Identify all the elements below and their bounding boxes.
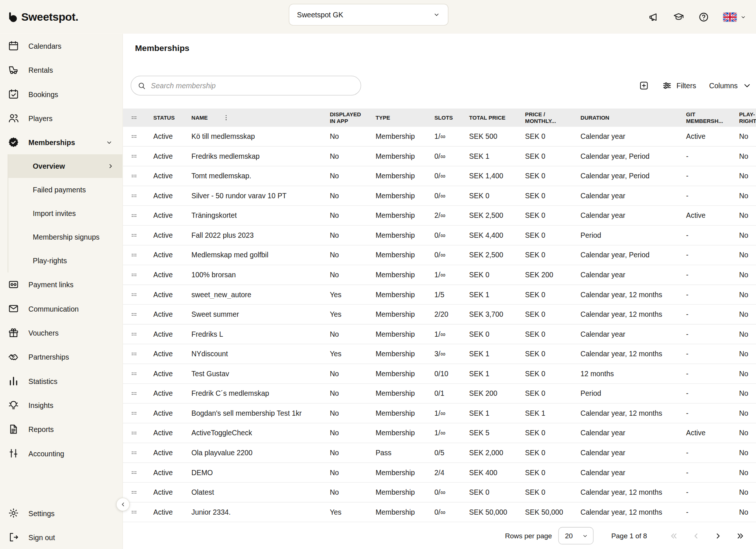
column-header-slots[interactable]: SLOTS	[426, 109, 461, 127]
table-row[interactable]: ActiveSilver - 50 rundor varav 10 PTNoMe…	[123, 186, 756, 206]
column-options-icon[interactable]	[222, 114, 230, 121]
sidebar-subitem-failed-payments[interactable]: Failed payments	[8, 178, 123, 202]
cell-status: Active	[145, 488, 183, 496]
rows-per-page-select[interactable]: 20	[558, 527, 593, 545]
row-drag-handle[interactable]	[123, 192, 145, 200]
sidebar-item-rentals[interactable]: Rentals	[0, 58, 123, 82]
cell-duration: Calendar year, Period	[572, 172, 678, 180]
language-selector[interactable]	[723, 12, 746, 21]
table-row[interactable]: ActiveSweet summerYesMembership2/20SEK 3…	[123, 305, 756, 325]
sidebar-item-partnerships[interactable]: Partnerships	[0, 345, 123, 369]
row-drag-handle[interactable]	[123, 231, 145, 240]
table-row[interactable]: ActiveTomt medlemskap.NoMembership0/∞SEK…	[123, 167, 756, 186]
row-drag-handle[interactable]	[123, 369, 145, 378]
row-drag-handle[interactable]	[123, 172, 145, 181]
sidebar-item-vouchers[interactable]: Vouchers	[0, 321, 123, 345]
column-header-type[interactable]: TYPE	[367, 109, 426, 127]
cell-git_membership: -	[678, 409, 731, 417]
table-row[interactable]: ActiveNYdiscountYesMembership3/∞SEK 1SEK…	[123, 344, 756, 364]
column-header-play_right[interactable]: PLAY-RIGHT	[731, 109, 756, 127]
column-header-displayed_in_app[interactable]: DISPLAYED IN APP	[322, 109, 367, 127]
row-drag-handle[interactable]	[123, 409, 145, 418]
row-drag-handle[interactable]	[123, 449, 145, 457]
add-membership-button[interactable]	[639, 80, 649, 90]
sidebar-item-communication[interactable]: Communication	[0, 296, 123, 320]
sidebar-item-accounting[interactable]: Accounting	[0, 441, 123, 465]
row-drag-handle[interactable]	[123, 271, 145, 279]
cell-duration: Calendar year	[572, 212, 678, 219]
cell-slots: 0/∞	[426, 152, 461, 160]
row-drag-handle[interactable]	[123, 152, 145, 161]
cell-type: Membership	[367, 370, 426, 378]
previous-page-button[interactable]	[685, 526, 707, 545]
row-drag-handle[interactable]	[123, 389, 145, 398]
column-header-git_membership[interactable]: GIT MEMBERSH...	[678, 109, 731, 127]
table-row[interactable]: ActiveDEMONoMembership2/4SEK 400SEK 0Cal…	[123, 463, 756, 483]
sidebar-subitem-import-invites[interactable]: Import invites	[8, 202, 123, 225]
table-row[interactable]: ActiveMedlemskap med golfbilNoMembership…	[123, 246, 756, 265]
sidebar-item-bookings[interactable]: Bookings	[0, 82, 123, 106]
column-header-name[interactable]: NAME	[183, 109, 322, 127]
sidebar-subitem-play-rights[interactable]: Play-rights	[8, 249, 123, 272]
columns-button[interactable]: Columns	[709, 80, 752, 90]
sidebar-item-reports[interactable]: Reports	[0, 417, 123, 441]
cell-status: Active	[145, 192, 183, 200]
row-drag-handle[interactable]	[123, 429, 145, 438]
cell-play_right: No	[731, 508, 756, 516]
table-row[interactable]: ActiveTest GustavNoMembership0/10SEK 1SE…	[123, 364, 756, 384]
next-page-button[interactable]	[707, 526, 729, 545]
table-row[interactable]: Activesweet_new_autoreYesMembership1/5SE…	[123, 285, 756, 305]
row-drag-handle[interactable]	[123, 330, 145, 339]
cell-price_monthly: SEK 0	[517, 488, 572, 496]
table-row[interactable]: ActiveActiveToggleCheckNoMembership1/∞SE…	[123, 423, 756, 443]
row-drag-handle[interactable]	[123, 211, 145, 220]
table-row[interactable]: ActiveOla playvalue 2200NoPass0/5SEK 2,0…	[123, 443, 756, 463]
sidebar-subitem-overview[interactable]: Overview	[8, 154, 123, 178]
table-row[interactable]: ActiveFredrik C´s medlemskapNoMembership…	[123, 384, 756, 404]
sidebar-subitem-membership-signups[interactable]: Membership signups	[8, 225, 123, 249]
sidebar-item-settings[interactable]: Settings	[0, 501, 123, 525]
table-row[interactable]: ActiveBogdan's sell membership Test 1krN…	[123, 404, 756, 423]
table-row[interactable]: ActiveFredriks LNoMembership1/∞SEK 0SEK …	[123, 325, 756, 344]
column-header-price_monthly[interactable]: PRICE / MONTHLY...	[517, 109, 572, 127]
cell-name: Junior 2334.	[183, 508, 322, 516]
sidebar-item-statistics[interactable]: Statistics	[0, 369, 123, 393]
sidebar-item-calendars[interactable]: Calendars	[0, 34, 123, 58]
app-logo[interactable]: Sweetspot.	[7, 10, 78, 23]
table-row[interactable]: ActiveFredriks medlemskapNoMembership0/∞…	[123, 147, 756, 167]
sidebar-item-sign-out[interactable]: Sign out	[0, 525, 123, 549]
table-row[interactable]: ActiveOlatestNoMembership0/∞SEK 0SEK 0Ca…	[123, 483, 756, 502]
academy-button[interactable]	[673, 11, 684, 23]
row-drag-handle[interactable]	[123, 251, 145, 260]
row-drag-handle[interactable]	[123, 290, 145, 299]
filters-button[interactable]: Filters	[662, 80, 696, 90]
row-drag-handle[interactable]	[123, 488, 145, 497]
cell-play_right: No	[731, 449, 756, 457]
sidebar-item-payment-links[interactable]: Payment links	[0, 272, 123, 296]
help-button[interactable]	[698, 11, 709, 23]
row-drag-handle[interactable]	[123, 350, 145, 358]
sidebar-item-insights[interactable]: Insights	[0, 393, 123, 417]
table-row[interactable]: ActiveKö till medlemsskapNoMembership1/∞…	[123, 127, 756, 147]
announcements-button[interactable]	[648, 11, 659, 23]
table-row[interactable]: ActiveJunior 2334.YesMembership0/∞SEK 50…	[123, 502, 756, 522]
club-selector[interactable]: Sweetspot GK	[289, 4, 448, 25]
cell-name: Fredrik C´s medlemskap	[183, 390, 322, 397]
table-row[interactable]: ActiveFall 2022 plus 2023NoMembership0/∞…	[123, 226, 756, 246]
column-header-duration[interactable]: DURATION	[572, 109, 678, 127]
row-drag-handle[interactable]	[123, 310, 145, 319]
first-page-button[interactable]	[663, 526, 685, 545]
cell-status: Active	[145, 469, 183, 477]
column-header-status[interactable]: STATUS	[145, 109, 183, 127]
table-row[interactable]: Active100% brorsanNoMembership1/∞SEK 0SE…	[123, 265, 756, 285]
drag-icon	[130, 113, 138, 122]
row-drag-handle[interactable]	[123, 468, 145, 477]
table-row[interactable]: ActiveTräningskortetNoMembership2/∞SEK 2…	[123, 206, 756, 226]
sidebar-item-players[interactable]: Players	[0, 106, 123, 130]
column-header-total_price[interactable]: TOTAL PRICE	[461, 109, 517, 127]
sidebar-collapse-button[interactable]	[116, 498, 130, 511]
sidebar-item-memberships[interactable]: Memberships	[0, 130, 123, 154]
search-input[interactable]	[151, 82, 356, 90]
last-page-button[interactable]	[729, 526, 751, 545]
row-drag-handle[interactable]	[123, 132, 145, 141]
